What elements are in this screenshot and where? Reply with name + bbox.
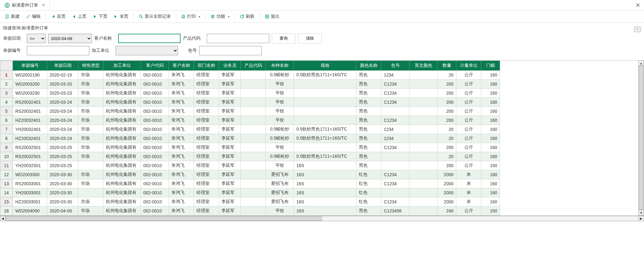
cell-ccode[interactable]: 002-0010 xyxy=(141,197,169,206)
table-row[interactable]: 7YH200324012020-03-24市场杭州电化集团有002-0010朱鸿… xyxy=(0,125,500,134)
cell-qty[interactable]: 20 xyxy=(438,125,456,134)
cell-dept[interactable]: 经理室 xyxy=(194,197,219,206)
cell-date[interactable]: 2020-02-19 xyxy=(47,71,78,80)
cell-cloth[interactable]: 爱招飞布 xyxy=(266,197,294,206)
cell-dept[interactable]: 经理室 xyxy=(194,98,219,107)
cell-stype[interactable]: 市场 xyxy=(78,125,103,134)
cell-docno[interactable]: RS20032401 xyxy=(13,98,47,107)
cell-cloth[interactable]: 爱招飞布 xyxy=(266,170,294,179)
cell-qty[interactable]: 200 xyxy=(438,98,456,107)
cell-spec[interactable]: 16S xyxy=(294,197,356,206)
cell-width[interactable]: 160 xyxy=(481,152,500,161)
refresh-button[interactable]: 刷新 xyxy=(237,12,257,21)
cell-spec[interactable]: 16S xyxy=(294,161,356,170)
cell-qty[interactable]: 20 xyxy=(438,134,456,143)
cell-cloth[interactable]: 平纹 xyxy=(266,98,294,107)
table-row[interactable]: 14YH200330012020-03-30杭州电化集团有002-0010朱鸿飞… xyxy=(0,188,500,197)
processing-unit-select[interactable] xyxy=(116,46,178,55)
cell-width[interactable]: 160 xyxy=(481,89,500,98)
cell-cname[interactable]: 朱鸿飞 xyxy=(169,143,194,152)
docno-input[interactable] xyxy=(27,46,89,55)
cell-qty[interactable]: 200 xyxy=(438,107,456,116)
cell-pcode[interactable] xyxy=(241,71,266,80)
cell-uom[interactable]: 公斤 xyxy=(456,98,481,107)
cell-cloth[interactable]: 平纹 xyxy=(266,206,294,216)
cell-cno[interactable] xyxy=(381,107,409,116)
cell-dept[interactable]: 经理室 xyxy=(194,143,219,152)
cell-cno[interactable]: C1234 xyxy=(381,98,409,107)
cell-date[interactable]: 2020-03-30 xyxy=(47,170,78,179)
cell-ccode[interactable]: 002-0010 xyxy=(141,152,169,161)
cell-stype[interactable]: 市场 xyxy=(78,170,103,179)
cell-width[interactable]: 160 xyxy=(481,125,500,134)
cell-dept[interactable]: 经理室 xyxy=(194,116,219,125)
cell-dept[interactable]: 经理室 xyxy=(194,125,219,134)
customer-name-input[interactable] xyxy=(118,34,181,43)
cell-sales[interactable]: 李延军 xyxy=(219,206,241,216)
cell-spec[interactable] xyxy=(294,89,356,98)
cell-cno[interactable]: 1234 xyxy=(381,125,409,134)
cell-cloth[interactable]: 爱招飞布 xyxy=(266,188,294,197)
cell-date[interactable]: 2020-03-20 xyxy=(47,80,78,89)
table-row[interactable]: 11YH200325012020-03-25杭州电化集团有002-0010朱鸿飞… xyxy=(0,161,500,170)
cell-spec[interactable] xyxy=(294,98,356,107)
cell-date[interactable]: 2020-03-24 xyxy=(47,98,78,107)
cell-qty[interactable]: 2000 xyxy=(438,170,456,179)
cell-pcode[interactable] xyxy=(241,161,266,170)
cell-color[interactable]: 黑色 xyxy=(356,116,381,125)
cell-spec[interactable]: 16S xyxy=(294,170,356,179)
product-code-input[interactable] xyxy=(207,34,269,43)
cell-cno[interactable] xyxy=(381,188,409,197)
cell-pcode[interactable] xyxy=(241,134,266,143)
cell-cloth[interactable]: 0.5蜈蚣纱 xyxy=(266,134,294,143)
cell-width[interactable]: 160 xyxy=(481,80,500,89)
tab-active[interactable]: 标准委外订单 ✕ xyxy=(0,1,50,10)
cell-date[interactable]: 2020-04-09 xyxy=(47,206,78,216)
cell-width[interactable]: 160 xyxy=(481,188,500,197)
cell-docno[interactable]: YH20032401 xyxy=(13,125,47,134)
scroll-left-icon[interactable]: ◀ xyxy=(0,216,6,221)
column-header[interactable]: 销售类型 xyxy=(78,61,103,71)
column-header[interactable]: 数量 xyxy=(438,61,456,71)
column-header[interactable]: 单据编号 xyxy=(13,61,47,71)
cell-docno[interactable]: HZ20032401 xyxy=(13,134,47,143)
cell-color[interactable]: 红色 xyxy=(356,188,381,197)
cell-ccode[interactable]: 002-0010 xyxy=(141,143,169,152)
table-row[interactable]: 13RS200330012020-03-30市场杭州电化集团有002-0010朱… xyxy=(0,179,500,188)
cell-color[interactable]: 红色 xyxy=(356,179,381,188)
cell-spec[interactable]: 0.5轨纱黑色1711+16S/TC xyxy=(294,152,356,161)
cell-color[interactable]: 红色 xyxy=(356,170,381,179)
cell-sales[interactable]: 李延军 xyxy=(219,98,241,107)
cell-pcode[interactable] xyxy=(241,143,266,152)
table-row[interactable]: 4RS200324012020-03-24市场杭州电化集团有002-0010朱鸿… xyxy=(0,98,500,107)
cell-ccode[interactable]: 002-0010 xyxy=(141,206,169,216)
scroll-track[interactable] xyxy=(6,216,638,221)
cell-sales[interactable]: 李延军 xyxy=(219,89,241,98)
table-row[interactable]: 16WD20040902020-04-09市场杭州电化集团有002-0010朱鸿… xyxy=(0,206,500,216)
table-row[interactable]: 12WD20033002020-03-30市场杭州电化集团有002-0010朱鸿… xyxy=(0,170,500,179)
scroll-thumb[interactable] xyxy=(639,66,643,210)
cell-color[interactable]: 黑色 xyxy=(356,98,381,107)
cell-sales[interactable]: 李延军 xyxy=(219,71,241,80)
cell-uom[interactable]: 米 xyxy=(456,188,481,197)
cell-color[interactable]: 黑色 xyxy=(356,80,381,89)
cell-ccode[interactable]: 002-0010 xyxy=(141,71,169,80)
cell-dept[interactable]: 经理室 xyxy=(194,107,219,116)
column-header[interactable]: 英文颜色 xyxy=(409,61,438,71)
cell-cloth[interactable]: 爱招飞布 xyxy=(266,179,294,188)
cell-cname[interactable]: 朱鸿飞 xyxy=(169,179,194,188)
cell-docno[interactable]: WD2002190 xyxy=(13,71,47,80)
cell-stype[interactable] xyxy=(78,161,103,170)
table-row[interactable]: 6HZ200324012020-03-24市场杭州电化集团有002-0010朱鸿… xyxy=(0,116,500,125)
cell-dept[interactable]: 经理室 xyxy=(194,134,219,143)
cell-uom[interactable]: 公斤 xyxy=(456,80,481,89)
cell-qty[interactable]: 2000 xyxy=(438,179,456,188)
exit-button[interactable]: 退出 xyxy=(262,12,282,21)
cell-uom[interactable]: 公斤 xyxy=(456,71,481,80)
cell-ccode[interactable]: 002-0010 xyxy=(141,134,169,143)
next-page-button[interactable]: 下页 xyxy=(90,12,110,21)
column-header[interactable]: 颜色名称 xyxy=(356,61,381,71)
cell-uom[interactable]: 米 xyxy=(456,170,481,179)
cell-pcode[interactable] xyxy=(241,116,266,125)
cell-cno[interactable]: C1234 xyxy=(381,143,409,152)
